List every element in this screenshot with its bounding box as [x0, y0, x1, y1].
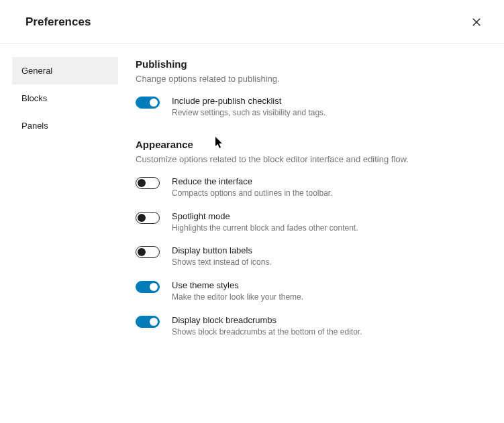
- toggle-knob: [150, 283, 158, 291]
- option-text: Use theme styles Make the editor look li…: [172, 280, 484, 303]
- section-title: Publishing: [136, 58, 484, 70]
- tab-blocks[interactable]: Blocks: [12, 84, 118, 112]
- option-label: Reduce the interface: [172, 176, 484, 186]
- modal-title: Preferences: [26, 15, 91, 29]
- section-publishing: Publishing Change options related to pub…: [136, 58, 484, 119]
- option-help: Compacts options and outlines in the too…: [172, 188, 484, 199]
- option-help: Review settings, such as visibility and …: [172, 107, 484, 119]
- toggle-theme-styles[interactable]: [136, 281, 160, 293]
- option-text: Reduce the interface Compacts options an…: [172, 176, 484, 199]
- option-label: Spotlight mode: [172, 211, 484, 221]
- section-appearance: Appearance Customize options related to …: [136, 139, 484, 338]
- close-button[interactable]: [468, 13, 485, 31]
- option-label: Display block breadcrumbs: [172, 315, 484, 325]
- modal-body: General Blocks Panels Publishing Change …: [0, 44, 504, 423]
- option-theme-styles: Use theme styles Make the editor look li…: [136, 280, 484, 303]
- toggle-knob: [150, 99, 158, 107]
- option-label: Display button labels: [172, 245, 484, 255]
- option-reduce-interface: Reduce the interface Compacts options an…: [136, 176, 484, 199]
- option-text: Display button labels Shows text instead…: [172, 245, 484, 268]
- toggle-knob: [138, 179, 146, 187]
- option-label: Include pre-publish checklist: [172, 96, 484, 106]
- option-text: Include pre-publish checklist Review set…: [172, 96, 484, 119]
- preferences-modal: Preferences General Blocks Panels Publis…: [0, 0, 504, 423]
- option-help: Shows block breadcrumbs at the bottom of…: [172, 326, 484, 338]
- option-label: Use theme styles: [172, 280, 484, 290]
- tab-general[interactable]: General: [12, 57, 118, 84]
- section-description: Change options related to publishing.: [136, 74, 484, 84]
- option-text: Spotlight mode Highlights the current bl…: [172, 211, 484, 234]
- option-spotlight-mode: Spotlight mode Highlights the current bl…: [136, 211, 484, 234]
- close-icon: [470, 16, 483, 28]
- toggle-spotlight-mode[interactable]: [136, 212, 160, 224]
- toggle-reduce-interface[interactable]: [136, 177, 160, 189]
- toggle-knob: [138, 214, 146, 222]
- toggle-button-labels[interactable]: [136, 246, 160, 258]
- modal-header: Preferences: [0, 0, 504, 44]
- option-button-labels: Display button labels Shows text instead…: [136, 245, 484, 268]
- section-description: Customize options related to the block e…: [136, 154, 484, 164]
- option-help: Shows text instead of icons.: [172, 257, 484, 268]
- toggle-prepublish-checklist[interactable]: [136, 97, 160, 109]
- option-help: Highlights the current block and fades o…: [172, 223, 484, 234]
- section-title: Appearance: [136, 139, 484, 150]
- tab-panels[interactable]: Panels: [12, 112, 118, 139]
- toggle-knob: [150, 318, 158, 326]
- option-text: Display block breadcrumbs Shows block br…: [172, 315, 484, 338]
- option-prepublish-checklist: Include pre-publish checklist Review set…: [136, 96, 484, 119]
- content-panel: Publishing Change options related to pub…: [128, 44, 504, 423]
- option-block-breadcrumbs: Display block breadcrumbs Shows block br…: [136, 315, 484, 338]
- sidebar: General Blocks Panels: [0, 44, 128, 423]
- toggle-knob: [138, 248, 146, 256]
- toggle-block-breadcrumbs[interactable]: [136, 316, 160, 328]
- option-help: Make the editor look like your theme.: [172, 292, 484, 303]
